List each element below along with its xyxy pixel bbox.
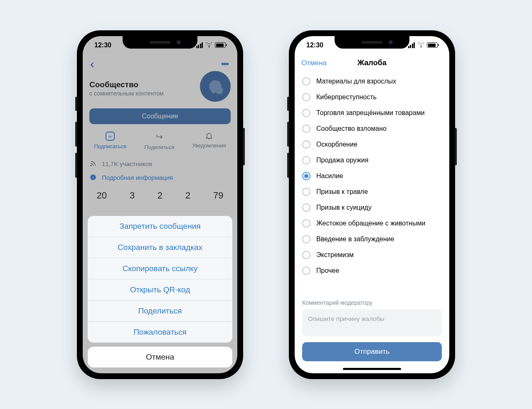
- reason-row[interactable]: Продажа оружия: [295, 152, 449, 168]
- device-button: [455, 128, 457, 165]
- cancel-button[interactable]: Отмена: [301, 59, 327, 67]
- phone-right: 12:30 Отмена Жалоба Материалы для взросл…: [289, 30, 455, 379]
- reason-label: Материалы для взрослых: [316, 78, 396, 85]
- radio-icon: [302, 172, 310, 180]
- submit-button[interactable]: Отправить: [302, 342, 442, 361]
- signal-icon: [408, 42, 415, 48]
- sheet-cancel[interactable]: Отмена: [88, 347, 232, 367]
- reason-label: Насилие: [316, 172, 343, 180]
- device-button: [287, 122, 289, 147]
- reason-row[interactable]: Торговля запрещёнными товарами: [295, 105, 449, 121]
- reason-row[interactable]: Жестокое обращение с животными: [295, 216, 449, 231]
- sheet-item[interactable]: Поделиться: [88, 300, 232, 321]
- comment-input[interactable]: Опишите причину жалобы: [302, 309, 442, 336]
- radio-icon: [302, 203, 310, 212]
- reason-label: Призыв к травле: [316, 188, 368, 196]
- reason-label: Введение в заблуждение: [316, 235, 394, 243]
- home-indicator[interactable]: [343, 368, 401, 370]
- radio-icon: [302, 156, 310, 164]
- notch: [335, 36, 409, 49]
- radio-icon: [302, 219, 310, 228]
- reason-row[interactable]: Насилие: [295, 168, 449, 184]
- reason-label: Призыв к суициду: [316, 204, 372, 211]
- reason-label: Экстремизм: [316, 251, 354, 259]
- comment-label: Комментарий модератору: [302, 299, 442, 306]
- sheet-item[interactable]: Запретить сообщения: [88, 216, 232, 237]
- radio-icon: [302, 235, 310, 243]
- status-time: 12:30: [306, 42, 323, 49]
- battery-icon: [427, 42, 438, 48]
- reason-label: Продажа оружия: [316, 157, 368, 164]
- signal-icon: [196, 42, 203, 48]
- reason-row[interactable]: Призыв к суициду: [295, 200, 449, 216]
- page-title: Жалоба: [357, 59, 387, 67]
- sheet-item[interactable]: Сохранить в закладках: [88, 237, 232, 258]
- reason-label: Торговля запрещёнными товарами: [316, 109, 425, 117]
- device-button: [75, 153, 77, 178]
- radio-icon: [302, 93, 310, 101]
- reason-row[interactable]: Прочее: [295, 263, 449, 279]
- reason-row[interactable]: Материалы для взрослых: [295, 73, 449, 89]
- battery-icon: [215, 42, 226, 48]
- reason-label: Оскорбление: [316, 141, 357, 148]
- reason-row[interactable]: Сообщество взломано: [295, 121, 449, 137]
- radio-icon: [302, 77, 310, 86]
- device-button: [75, 122, 77, 147]
- device-button: [287, 97, 289, 111]
- radio-icon: [302, 267, 310, 275]
- phone-left: 12:30 ‹ ••• Сообщество с сомнительным ко…: [77, 30, 243, 379]
- radio-icon: [302, 109, 310, 117]
- reason-row[interactable]: Киберпреступность: [295, 89, 449, 105]
- wifi-icon: [205, 42, 212, 48]
- reason-row[interactable]: Экстремизм: [295, 247, 449, 263]
- action-sheet: Запретить сообщенияСохранить в закладках…: [88, 216, 232, 367]
- sheet-item[interactable]: Пожаловаться: [88, 321, 232, 343]
- sheet-item[interactable]: Открыть QR-код: [88, 279, 232, 300]
- radio-icon: [302, 140, 310, 149]
- radio-icon: [302, 251, 310, 259]
- notch: [123, 36, 197, 49]
- device-button: [287, 153, 289, 178]
- device-button: [75, 97, 77, 111]
- reason-label: Прочее: [316, 267, 339, 274]
- radio-icon: [302, 125, 310, 133]
- radio-icon: [302, 188, 310, 196]
- reason-label: Киберпреступность: [316, 93, 377, 101]
- device-button: [243, 128, 245, 165]
- reason-row[interactable]: Введение в заблуждение: [295, 231, 449, 247]
- status-time: 12:30: [94, 42, 111, 49]
- reason-label: Жестокое обращение с животными: [316, 220, 425, 227]
- reason-row[interactable]: Оскорбление: [295, 137, 449, 152]
- reason-row[interactable]: Призыв к травле: [295, 184, 449, 200]
- wifi-icon: [417, 42, 424, 48]
- reason-label: Сообщество взломано: [316, 125, 387, 132]
- sheet-item[interactable]: Скопировать ссылку: [88, 258, 232, 279]
